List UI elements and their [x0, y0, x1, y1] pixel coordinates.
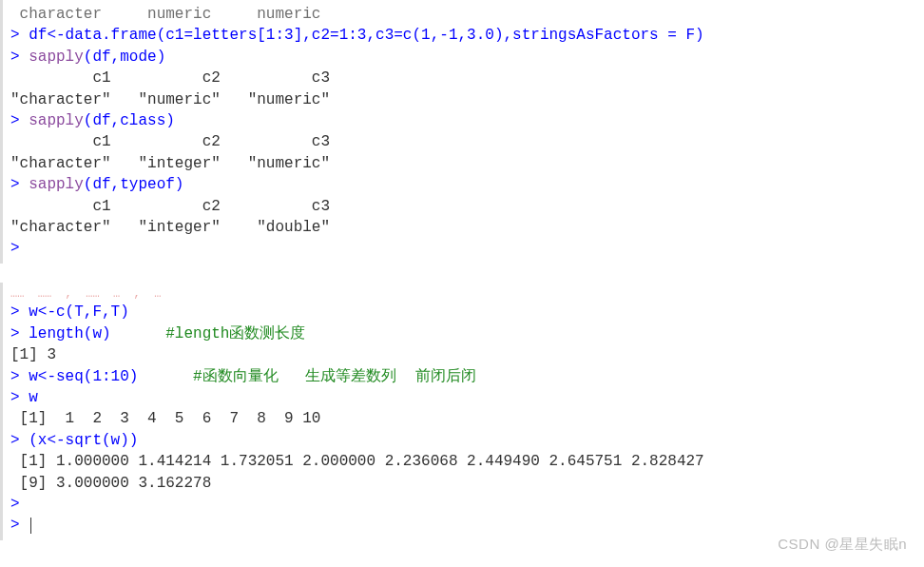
input-line: > sapply(df,mode): [10, 47, 916, 68]
block2-lines: > w<-c(T,F,T)> length(w) #length函数测长度[1]…: [10, 302, 916, 536]
output-line: c1 c2 c3: [10, 68, 916, 88]
output-text: "character" "integer" "numeric": [10, 155, 339, 172]
output-text: "character" "integer" "double": [10, 219, 339, 236]
output-text: "character" "numeric" "numeric": [10, 91, 339, 108]
output-line: [1] 1 2 3 4 5 6 7 8 9 10: [10, 408, 916, 429]
input-line: > sapply(df,typeof): [10, 174, 916, 195]
code-text: w<-c(T,F,T): [29, 303, 129, 321]
code-text: (x<-sqrt(w)): [29, 432, 138, 449]
prompt: >: [10, 27, 29, 44]
code-text: w: [29, 389, 38, 406]
truncated-red-text: …… …… , …… … , …: [10, 286, 916, 303]
output-line: [1] 3: [10, 344, 916, 365]
input-line: > w<-c(T,F,T): [10, 302, 916, 323]
output-text: c1 c2 c3: [10, 69, 339, 87]
prompt: >: [10, 368, 29, 385]
prompt: >: [10, 49, 29, 66]
prompt: >: [10, 176, 29, 193]
block1-lines: > df<-data.frame(c1=letters[1:3],c2=1:3,…: [10, 25, 916, 259]
input-line: >: [10, 515, 916, 536]
input-line: > df<-data.frame(c1=letters[1:3],c2=1:3,…: [10, 25, 916, 46]
input-line: >: [10, 494, 916, 515]
r-console-block-1: character numeric numeric > df<-data.fra…: [0, 0, 924, 264]
prompt: >: [10, 112, 29, 129]
comment: #length函数测长度: [165, 325, 305, 342]
output-text: [9] 3.000000 3.162278: [10, 475, 211, 492]
output-text: [1] 1.000000 1.414214 1.732051 2.000000 …: [10, 453, 704, 470]
prompt: >: [10, 389, 29, 406]
input-line: > w: [10, 387, 916, 408]
input-line: > (x<-sqrt(w)): [10, 430, 916, 451]
code-text: (df,typeof): [84, 176, 184, 193]
prompt: >: [10, 496, 29, 513]
output-line: c1 c2 c3: [10, 131, 916, 152]
input-line: >: [10, 238, 916, 259]
r-console-block-2: …… …… , …… … , … > w<-c(T,F,T)> length(w…: [0, 283, 924, 540]
output-text: [1] 3: [10, 346, 56, 363]
input-line: > sapply(df,class): [10, 110, 916, 131]
function-call: sapply: [29, 176, 84, 193]
output-line: c1 c2 c3: [10, 196, 916, 217]
code-text: df<-data.frame(c1=letters[1:3],c2=1:3,c3…: [29, 27, 704, 44]
output-line: [1] 1.000000 1.414214 1.732051 2.000000 …: [10, 451, 916, 472]
output-text: c1 c2 c3: [10, 133, 339, 150]
code-text: (df,mode): [84, 49, 165, 66]
input-line: > w<-seq(1:10) #函数向量化 生成等差数列 前闭后闭: [10, 366, 916, 387]
output-line: "character" "numeric" "numeric": [10, 89, 916, 110]
output-text: c1 c2 c3: [10, 198, 339, 215]
prompt: >: [10, 240, 29, 257]
input-line: > length(w) #length函数测长度: [10, 323, 916, 344]
output-text: [1] 1 2 3 4 5 6 7 8 9 10: [10, 410, 320, 427]
code-text: w<-seq(1:10): [29, 368, 193, 385]
truncated-output: character numeric numeric: [10, 4, 916, 25]
output-line: "character" "integer" "numeric": [10, 153, 916, 174]
cursor: [30, 518, 31, 534]
output-line: [9] 3.000000 3.162278: [10, 473, 916, 494]
function-call: sapply: [29, 112, 84, 129]
function-call: sapply: [29, 49, 84, 66]
prompt: >: [10, 325, 29, 342]
code-text: (df,class): [84, 112, 175, 129]
prompt: >: [10, 303, 29, 321]
code-text: length(w): [29, 325, 165, 342]
output-line: "character" "integer" "double": [10, 217, 916, 238]
prompt: >: [10, 517, 29, 534]
comment: #函数向量化 生成等差数列 前闭后闭: [193, 368, 476, 385]
prompt: >: [10, 432, 29, 449]
